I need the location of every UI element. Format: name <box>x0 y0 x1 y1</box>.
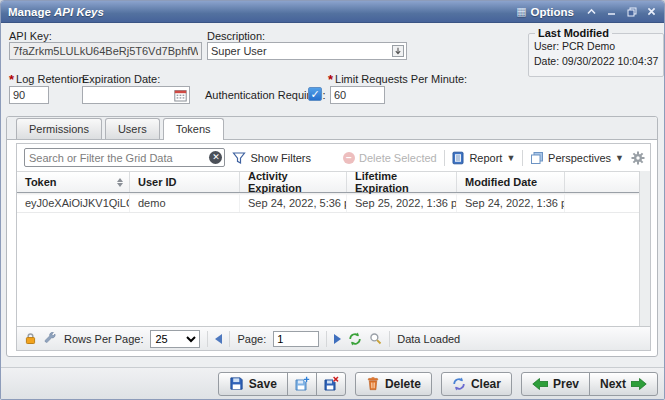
options-grid-icon: ▦ <box>516 5 526 18</box>
cell-filler <box>565 193 639 212</box>
minus-circle-icon: − <box>343 152 355 164</box>
manage-api-keys-window: Manage API Keys ▦ Options <box>0 0 665 400</box>
previous-page-arrow[interactable] <box>215 334 222 344</box>
last-modified-user: User: PCR Demo <box>534 39 658 54</box>
grid-toolbar: ✕ Show Filters − Delete Selected Repor <box>17 144 650 171</box>
clear-search-icon[interactable]: ✕ <box>209 151 222 164</box>
footer-separator <box>229 331 230 347</box>
report-button[interactable]: Report ▼ <box>451 151 515 165</box>
next-page-arrow[interactable] <box>334 334 341 344</box>
save-new-icon <box>294 376 310 392</box>
footer-separator <box>207 331 208 347</box>
chevron-down-icon: ▼ <box>615 153 624 163</box>
minimize-button[interactable] <box>606 6 617 17</box>
save-close-icon <box>323 376 339 392</box>
column-header-token[interactable]: Token <box>17 172 130 192</box>
gear-icon <box>631 151 645 165</box>
calendar-icon <box>174 89 187 102</box>
grid-search-wrap: ✕ <box>24 148 225 167</box>
tools-button[interactable] <box>44 332 57 345</box>
column-header-modified-date[interactable]: Modified Date <box>457 172 565 192</box>
refresh-grid-button[interactable] <box>348 332 362 346</box>
auth-required-checkbox[interactable]: ✓ <box>308 87 322 101</box>
last-modified-fieldset: Last Modified User: PCR Demo Date: 09/30… <box>528 27 664 77</box>
save-and-new-button[interactable] <box>287 372 317 396</box>
grid-status-text: Data Loaded <box>397 333 460 345</box>
clear-button[interactable]: Clear <box>441 372 512 396</box>
api-key-field[interactable] <box>9 42 202 60</box>
save-button[interactable]: Save <box>218 372 288 396</box>
rows-per-page-select[interactable]: 25 <box>150 330 200 348</box>
last-modified-date: Date: 09/30/2022 10:04:37 <box>534 54 658 69</box>
lock-button[interactable] <box>24 332 37 345</box>
tab-users[interactable]: Users <box>105 118 160 139</box>
description-field[interactable] <box>208 45 390 57</box>
minimize-icon <box>607 7 616 16</box>
tab-tokens[interactable]: Tokens <box>163 118 224 140</box>
restore-button[interactable] <box>626 6 637 17</box>
save-button-group: Save <box>218 372 346 396</box>
expiration-date-label: Expiration Date: <box>82 73 160 85</box>
save-and-close-button[interactable] <box>316 372 346 396</box>
cell-token: eyJ0eXAiOiJKV1QiLCJ... <box>17 193 130 212</box>
chevron-down-icon: ▼ <box>506 153 515 163</box>
description-field-wrap <box>207 42 407 60</box>
close-button[interactable] <box>646 6 657 17</box>
perspectives-button[interactable]: Perspectives ▼ <box>530 151 624 165</box>
magnifier-icon <box>369 332 382 345</box>
action-bar: Save Delete Clear Prev Next <box>1 367 664 399</box>
required-marker: * <box>9 72 14 87</box>
toolbar-separator <box>444 150 445 166</box>
grid-footer: Rows Per Page: 25 Page: <box>17 326 650 350</box>
last-modified-legend: Last Modified <box>535 27 612 39</box>
log-retention-field[interactable] <box>9 86 49 104</box>
expiration-date-wrap <box>82 86 190 104</box>
tab-strip: Permissions Users Tokens <box>7 117 657 140</box>
column-header-activity-expiration[interactable]: Activity Expiration <box>240 172 347 192</box>
show-filters-button[interactable]: Show Filters <box>232 151 311 165</box>
log-retention-label: *Log Retention: <box>9 73 88 85</box>
grid-settings-button[interactable] <box>631 151 645 165</box>
grid-empty-area <box>17 213 639 326</box>
collapse-button[interactable] <box>586 6 597 17</box>
lock-icon <box>24 332 37 345</box>
next-button[interactable]: Next <box>589 372 658 396</box>
cell-modified-date: Sep 24, 2022, 1:36 pm <box>457 193 565 212</box>
window-title: Manage API Keys <box>8 6 104 18</box>
wrench-icon <box>44 332 57 345</box>
api-key-form: API Key: Description: Last Modified User… <box>1 23 665 116</box>
grid-scrollbar-gutter[interactable] <box>639 171 650 326</box>
expand-icon <box>392 45 404 57</box>
grid-search-input[interactable] <box>25 152 209 164</box>
prev-next-group: Prev Next <box>521 372 658 396</box>
prev-button[interactable]: Prev <box>521 372 590 396</box>
required-marker: * <box>328 72 333 87</box>
column-header-lifetime-expiration[interactable]: Lifetime Expiration <box>347 172 457 192</box>
refresh-icon <box>348 332 362 346</box>
page-number-input[interactable] <box>273 331 319 347</box>
save-icon <box>229 376 244 391</box>
arrow-right-icon <box>631 378 647 390</box>
grid-header-row: Token User ID Activity Expiration Lifeti… <box>17 171 639 193</box>
api-key-label: API Key: <box>9 30 52 42</box>
delete-button[interactable]: Delete <box>355 372 432 396</box>
expand-description-button[interactable] <box>390 44 405 58</box>
limit-rpm-field[interactable] <box>330 86 385 104</box>
expiration-date-field[interactable] <box>83 89 173 101</box>
page-label: Page: <box>237 333 266 345</box>
quick-search-button[interactable] <box>369 332 382 345</box>
options-button[interactable]: ▦ Options <box>516 5 574 18</box>
footer-separator <box>326 331 327 347</box>
perspectives-icon <box>530 151 544 165</box>
toolbar-separator <box>522 150 523 166</box>
tab-permissions[interactable]: Permissions <box>16 118 102 139</box>
clear-refresh-icon <box>452 377 466 391</box>
delete-selected-button[interactable]: − Delete Selected <box>343 152 437 164</box>
calendar-picker-button[interactable] <box>173 88 188 102</box>
tab-panel: Permissions Users Tokens ✕ Show Filters <box>6 116 658 357</box>
limit-rpm-label: *Limit Requests Per Minute: <box>328 73 467 85</box>
sort-icon[interactable] <box>117 178 123 187</box>
description-label: Description: <box>207 30 265 42</box>
column-header-user-id[interactable]: User ID <box>130 172 240 192</box>
table-row[interactable]: eyJ0eXAiOiJKV1QiLCJ... demo Sep 24, 2022… <box>17 193 639 213</box>
